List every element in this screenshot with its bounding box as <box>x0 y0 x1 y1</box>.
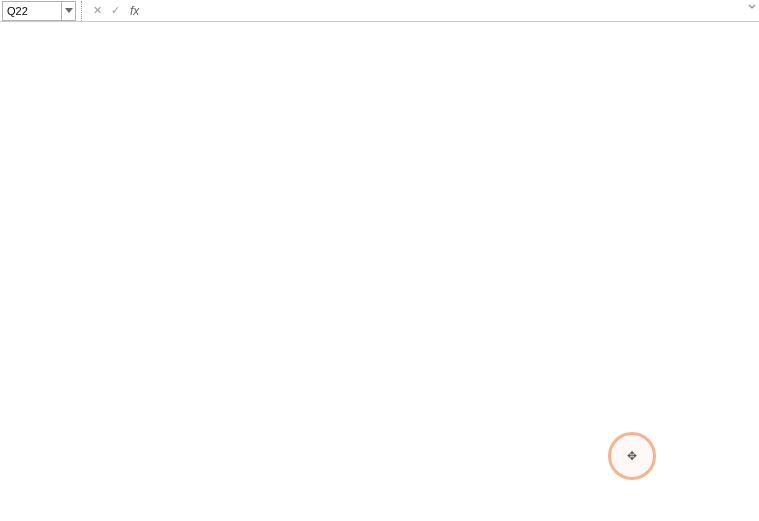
expand-formula-icon[interactable] <box>747 2 757 14</box>
name-box-dropdown-icon[interactable] <box>62 1 76 21</box>
name-box[interactable]: Q22 <box>2 1 62 21</box>
divider <box>76 1 82 21</box>
formula-bar: Q22 ✕ ✓ fx <box>0 0 759 22</box>
cursor-highlight-icon: ✥ <box>608 432 656 480</box>
cancel-icon[interactable]: ✕ <box>90 4 104 17</box>
confirm-icon[interactable]: ✓ <box>108 4 122 17</box>
formula-input[interactable] <box>147 1 759 21</box>
fx-buttons: ✕ ✓ fx <box>86 4 147 18</box>
name-box-value: Q22 <box>7 5 28 17</box>
move-cursor-icon: ✥ <box>627 449 637 463</box>
fx-icon[interactable]: fx <box>126 4 143 18</box>
